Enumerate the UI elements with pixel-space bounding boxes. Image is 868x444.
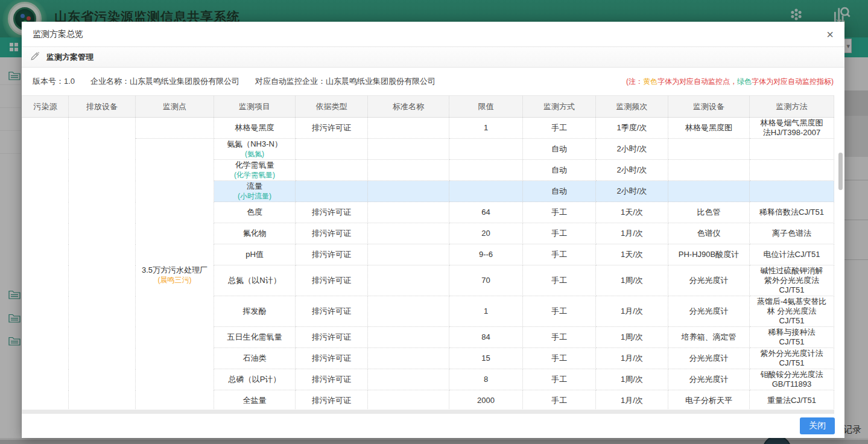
- close-icon[interactable]: ×: [826, 28, 834, 40]
- table-cell: [368, 139, 449, 160]
- table-cell: [750, 160, 834, 181]
- column-header: 监测设备: [668, 96, 750, 118]
- table-cell: 排污许可证: [296, 265, 368, 296]
- table-cell: 15: [449, 348, 523, 369]
- table-cell: 挥发酚: [214, 296, 296, 327]
- column-header: 排放设备: [69, 96, 136, 118]
- table-cell: 林格曼黑度: [214, 118, 296, 139]
- company-value: 山东晨鸣纸业集团股份有限公司: [130, 77, 239, 86]
- modal-title: 监测方案总览: [33, 29, 83, 40]
- table-cell: 手工: [523, 369, 596, 390]
- company-label: 企业名称：: [90, 77, 130, 86]
- pen-icon: [30, 51, 40, 63]
- screen: 山东省污染源监测信息共享系统 询: [0, 0, 868, 444]
- plan-table-body: 林格曼黑度排污许可证1手工1季度/次林格曼黑度图林格曼烟气黑度图 法HJ/T39…: [22, 118, 834, 411]
- table-cell: [368, 244, 449, 265]
- table-cell: 分光光度计: [668, 348, 750, 369]
- table-cell: 排污许可证: [296, 223, 368, 244]
- table-cell: [368, 118, 449, 139]
- table-cell: 分光光度计: [668, 265, 750, 296]
- table-cell: 手工: [523, 348, 596, 369]
- vertical-scrollbar-thumb[interactable]: [838, 153, 843, 190]
- table-cell: 手工: [523, 118, 596, 139]
- table-cell: [368, 369, 449, 390]
- table-cell: [750, 181, 834, 202]
- table-cell: [368, 223, 449, 244]
- table-cell: [368, 202, 449, 223]
- table-cell: 排污许可证: [296, 244, 368, 265]
- table-cell: 1月/次: [596, 296, 668, 327]
- table-cell: pH值: [214, 244, 296, 265]
- table-cell: [296, 160, 368, 181]
- table-cell: 自动: [523, 181, 596, 202]
- table-cell: [668, 139, 750, 160]
- close-button[interactable]: 关闭: [800, 417, 835, 434]
- table-cell: 2000: [449, 390, 523, 411]
- table-cell: 1月/次: [596, 348, 668, 369]
- column-header: 监测频次: [596, 96, 668, 118]
- table-cell: 排污许可证: [296, 369, 368, 390]
- table-cell: 排污许可证: [296, 118, 368, 139]
- version-label: 版本号：: [33, 77, 64, 86]
- table-cell: 1周/次: [596, 369, 668, 390]
- section-header: 监测方案管理: [22, 47, 844, 68]
- modal-header: 监测方案总览 ×: [22, 22, 844, 47]
- table-cell: 手工: [523, 296, 596, 327]
- table-cell: 稀释倍数法CJ/T51: [750, 202, 834, 223]
- table-cell: [750, 139, 834, 160]
- table-cell: 手工: [523, 390, 596, 411]
- table-cell: 9--6: [449, 244, 523, 265]
- table-row[interactable]: 3.5万方污水处理厂(晨鸣三污)氨氮（NH3-N）(氨氮)自动2小时/次: [22, 139, 834, 160]
- table-cell: 总磷（以P计）: [214, 369, 296, 390]
- table-cell: 手工: [523, 265, 596, 296]
- table-cell: 手工: [523, 223, 596, 244]
- table-row[interactable]: 林格曼黑度排污许可证1手工1季度/次林格曼黑度图林格曼烟气黑度图 法HJ/T39…: [22, 118, 834, 139]
- table-cell: [296, 181, 368, 202]
- table-cell: 碱性过硫酸钾消解 紫外分光光度法 CJ/T51: [750, 265, 834, 296]
- table-cell: 20: [449, 223, 523, 244]
- table-cell: 排污许可证: [296, 348, 368, 369]
- column-header: 监测方式: [523, 96, 596, 118]
- table-cell: PH-HJ90B酸度计: [668, 244, 750, 265]
- table-cell: 分光光度计: [668, 296, 750, 327]
- table-cell: [368, 160, 449, 181]
- table-cell: [449, 181, 523, 202]
- monitoring-plan-modal: 监测方案总览 × 监测方案管理 版本号：1.0 企业名称：山东晨鸣纸业集团股份有…: [22, 22, 844, 438]
- table-cell: [668, 160, 750, 181]
- table-cell: 氟化物: [214, 223, 296, 244]
- table-cell: 1季度/次: [596, 118, 668, 139]
- table-cell: [22, 118, 69, 411]
- table-cell: [136, 118, 214, 139]
- table-cell: [69, 118, 136, 411]
- auto-monitor-sub-label: (晨鸣三污): [138, 275, 211, 285]
- section-title: 监测方案管理: [46, 52, 93, 63]
- table-cell: 手工: [523, 202, 596, 223]
- table-cell: 比色管: [668, 202, 750, 223]
- table-cell: 钼酸铵分光光度法 GB/T11893: [750, 369, 834, 390]
- table-cell: 重量法CJ/T51: [750, 390, 834, 411]
- legend-note-part: 黄色: [643, 77, 657, 86]
- plan-table-area: 污染源排放设备监测点监测项目依据类型标准名称限值监测方式监测频次监测设备监测方法…: [22, 95, 844, 414]
- table-cell: 林格曼烟气黑度图 法HJ/T398-2007: [750, 118, 834, 139]
- modal-footer: 关闭: [22, 414, 844, 438]
- table-cell: 电子分析天平: [668, 390, 750, 411]
- auto-monitor-sub-label: (小时流量): [217, 191, 293, 201]
- table-cell: 64: [449, 202, 523, 223]
- legend-note-part: 字体为对应自动监控指标): [752, 77, 834, 86]
- table-cell: 排污许可证: [296, 327, 368, 348]
- table-cell: 1: [449, 296, 523, 327]
- legend-note-part: (注：: [626, 77, 643, 86]
- table-cell: 五日生化需氧量: [214, 327, 296, 348]
- table-cell: 1月/次: [596, 223, 668, 244]
- table-cell: 稀释与接种法 CJ/T51: [750, 327, 834, 348]
- version-field: 版本号：1.0: [33, 76, 75, 87]
- table-cell: [368, 265, 449, 296]
- company-field: 企业名称：山东晨鸣纸业集团股份有限公司: [90, 76, 239, 87]
- table-cell: [368, 296, 449, 327]
- legend-note-part: 绿色: [737, 77, 752, 86]
- table-cell: 化学需氧量(化学需氧量): [214, 160, 296, 181]
- table-cell: 排污许可证: [296, 390, 368, 411]
- table-cell: 1天/次: [596, 244, 668, 265]
- horizontal-scrollbar-track[interactable]: [22, 410, 834, 414]
- table-cell: [368, 390, 449, 411]
